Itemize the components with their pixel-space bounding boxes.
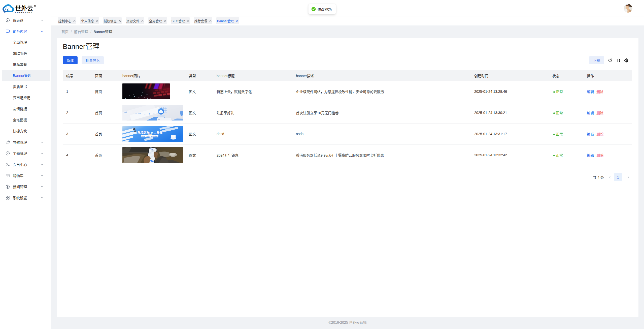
svg-text:甄选优品 云上特惠: 甄选优品 云上特惠 <box>138 131 163 134</box>
svg-text:价平台（西南）冯政钜惠来袭: 价平台（西南）冯政钜惠来袭 <box>141 135 159 137</box>
